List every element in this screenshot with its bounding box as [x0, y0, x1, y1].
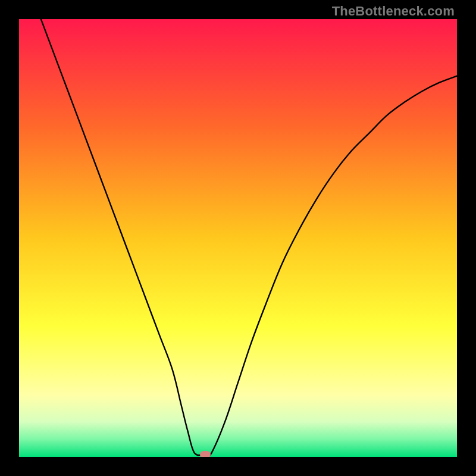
watermark-text: TheBottleneck.com: [332, 4, 455, 19]
chart-frame: TheBottleneck.com: [0, 0, 476, 476]
curve-layer: [19, 19, 457, 457]
min-marker: [200, 451, 211, 457]
plot-area: [19, 19, 457, 457]
bottleneck-curve: [41, 19, 457, 456]
